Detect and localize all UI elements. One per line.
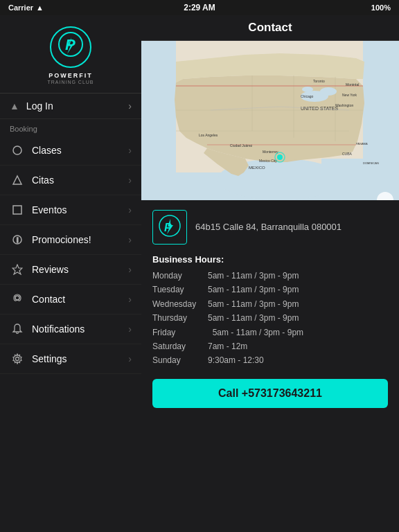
chevron-icon: ›: [128, 204, 132, 215]
circle-icon: [10, 143, 25, 158]
sidebar: P POWERFIT TRAINING CLUB ▲ Log In › Book…: [0, 15, 141, 532]
gym-info-row: P 64b15 Calle 84, Barranquilla 080001: [152, 210, 388, 245]
svg-text:MEXICO: MEXICO: [249, 166, 265, 170]
sidebar-logo: P POWERFIT TRAINING CLUB: [0, 15, 141, 94]
hours-row-friday: Friday 5am - 11am / 3pm - 9pm: [152, 326, 388, 339]
day-monday: Monday: [152, 269, 208, 283]
day-tuesday: Tuesday: [152, 283, 208, 296]
contact-title: Contact: [248, 21, 292, 34]
pin-icon: [10, 292, 25, 307]
chevron-icon: ›: [128, 264, 132, 275]
hours-row-monday: Monday 5am - 11am / 3pm - 9pm: [152, 269, 388, 283]
status-bar-time: 2:29 AM: [184, 3, 215, 12]
warning-icon: ▲: [10, 100, 19, 112]
logo-icon: P: [58, 32, 83, 63]
svg-rect-5: [13, 206, 21, 214]
time-monday: 5am - 11am / 3pm - 9pm: [208, 269, 299, 283]
sidebar-item-eventos[interactable]: Eventos ›: [0, 195, 141, 225]
day-sunday: Sunday: [152, 353, 208, 367]
status-bar-battery: 100%: [371, 3, 391, 12]
svg-marker-4: [13, 176, 21, 184]
sidebar-item-citas-label: Citas: [32, 175, 128, 186]
svg-text:CUBA: CUBA: [342, 152, 353, 156]
svg-text:Washington: Washington: [335, 103, 353, 107]
svg-text:Mexico City: Mexico City: [259, 159, 277, 163]
sidebar-item-clases[interactable]: Clases ›: [0, 136, 141, 166]
hours-row-tuesday: Tuesday 5am - 11am / 3pm - 9pm: [152, 283, 388, 296]
info-section: P 64b15 Calle 84, Barranquilla 080001 Bu…: [141, 200, 399, 532]
info-icon: i: [10, 232, 25, 247]
app-body: P POWERFIT TRAINING CLUB ▲ Log In › Book…: [0, 15, 399, 532]
svg-text:DOMINICAN: DOMINICAN: [363, 161, 379, 165]
hours-row-thursday: Thursday 5am - 11am / 3pm - 9pm: [152, 311, 388, 325]
map-container[interactable]: UNITED STATES MEXICO Toronto Montréal Ne…: [141, 41, 399, 200]
login-chevron-icon: ›: [128, 100, 132, 112]
svg-text:Monterrey: Monterrey: [263, 150, 278, 154]
svg-text:Toronto: Toronto: [313, 79, 325, 83]
hours-row-sunday: Sunday 9:30am - 12:30: [152, 353, 388, 367]
svg-point-9: [15, 296, 19, 300]
logo-subtitle: TRAINING CLUB: [47, 80, 94, 85]
svg-point-39: [277, 154, 283, 160]
time-sunday: 9:30am - 12:30: [208, 353, 264, 367]
login-label: Log In: [26, 100, 128, 112]
login-row[interactable]: ▲ Log In ›: [0, 94, 141, 119]
svg-point-10: [16, 357, 19, 361]
gear-icon: [10, 351, 25, 366]
svg-text:UNITED STATES: UNITED STATES: [301, 106, 339, 111]
sidebar-item-eventos-label: Eventos: [32, 204, 128, 215]
day-saturday: Saturday: [152, 339, 208, 353]
star-icon: [10, 262, 25, 277]
booking-section-label: Booking: [0, 119, 141, 136]
svg-text:i: i: [17, 237, 19, 244]
contact-header: Contact: [141, 15, 399, 41]
square-icon: [10, 202, 25, 218]
main-content: Contact: [141, 15, 399, 532]
sidebar-item-settings[interactable]: Settings ›: [0, 344, 141, 374]
svg-text:PANAMA: PANAMA: [356, 142, 368, 145]
sidebar-item-reviews-label: Reviews: [32, 264, 128, 275]
sidebar-item-settings-label: Settings: [32, 353, 128, 364]
triangle-icon: [10, 172, 25, 188]
hours-row-saturday: Saturday 7am - 12m: [152, 339, 388, 353]
sidebar-item-promociones[interactable]: i Promociones! ›: [0, 225, 141, 255]
svg-text:Chicago: Chicago: [301, 94, 314, 98]
logo-title: POWERFIT: [48, 72, 93, 79]
status-bar-left: Carrier ▲: [8, 3, 44, 12]
chevron-icon: ›: [128, 294, 132, 305]
chevron-icon: ›: [128, 145, 132, 156]
time-thursday: 5am - 11am / 3pm - 9pm: [208, 311, 299, 325]
hours-title: Business Hours:: [152, 254, 388, 265]
time-friday: 5am - 11am / 3pm - 9pm: [208, 326, 303, 339]
sidebar-item-promociones-label: Promociones!: [32, 234, 128, 245]
time-tuesday: 5am - 11am / 3pm - 9pm: [208, 283, 299, 296]
carrier-label: Carrier: [8, 3, 33, 12]
day-thursday: Thursday: [152, 311, 208, 325]
sidebar-item-clases-label: Clases: [32, 145, 128, 156]
hours-row-wednesday: Wednesday 5am - 11am / 3pm - 9pm: [152, 297, 388, 311]
wifi-icon: ▲: [36, 3, 44, 12]
svg-text:Ciudad Juárez: Ciudad Juárez: [230, 143, 253, 148]
day-friday: Friday: [152, 326, 208, 339]
svg-point-3: [13, 146, 21, 154]
chevron-icon: ›: [128, 323, 132, 335]
chevron-icon: ›: [128, 234, 132, 245]
gym-address: 64b15 Calle 84, Barranquilla 080001: [195, 221, 342, 233]
gym-logo-small: P: [152, 210, 187, 245]
svg-text:New York: New York: [342, 93, 357, 97]
time-wednesday: 5am - 11am / 3pm - 9pm: [208, 297, 299, 311]
bell-icon: [10, 321, 25, 337]
svg-text:Montréal: Montréal: [346, 82, 359, 87]
logo-circle: P: [50, 26, 91, 68]
status-bar: Carrier ▲ 2:29 AM 100%: [0, 0, 399, 15]
svg-marker-8: [12, 265, 22, 274]
sidebar-item-contact-label: Contact: [32, 294, 128, 305]
chevron-icon: ›: [128, 353, 132, 364]
sidebar-item-reviews[interactable]: Reviews ›: [0, 255, 141, 285]
chevron-icon: ›: [128, 175, 132, 186]
sidebar-item-citas[interactable]: Citas ›: [0, 166, 141, 195]
call-button[interactable]: Call +573173643211: [152, 379, 388, 408]
sidebar-item-notifications[interactable]: Notifications ›: [0, 314, 141, 344]
svg-point-24: [302, 87, 313, 92]
sidebar-item-contact[interactable]: Contact ›: [0, 285, 141, 314]
